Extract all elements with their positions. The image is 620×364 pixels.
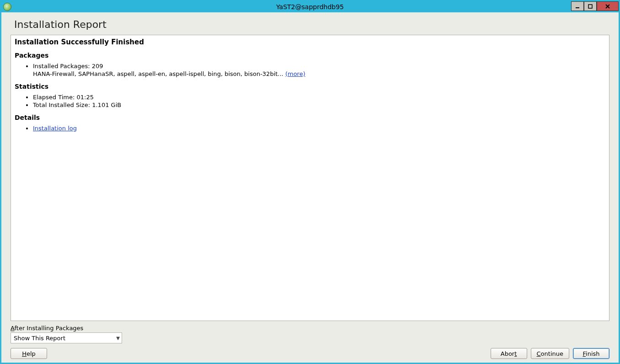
elapsed-time: Elapsed Time: 01:25 <box>33 94 605 102</box>
close-button[interactable] <box>597 1 619 11</box>
packages-list: Installed Packages: 209 HANA-Firewall, S… <box>33 63 605 78</box>
window-title: YaST2@sapprdhdb95 <box>1 3 619 11</box>
report-panel: Installation Successfully Finished Packa… <box>11 35 609 321</box>
after-install-label: After Installing Packages <box>11 325 609 332</box>
details-list: Installation log <box>33 125 605 133</box>
window-controls <box>571 1 619 12</box>
after-install-selected: Show This Report <box>14 335 65 342</box>
after-install-row: After Installing Packages Show This Repo… <box>1 324 619 345</box>
after-install-combobox[interactable]: Show This Report ▼ <box>11 332 122 343</box>
finish-button[interactable]: Finish <box>573 348 609 359</box>
packages-item: Installed Packages: 209 HANA-Firewall, S… <box>33 63 605 78</box>
installed-size: Total Installed Size: 1.101 GiB <box>33 102 605 109</box>
packages-heading: Packages <box>15 52 605 59</box>
help-button[interactable]: Help <box>11 348 47 359</box>
svg-rect-1 <box>588 5 592 8</box>
details-item: Installation log <box>33 125 605 133</box>
packages-sample-list: HANA-Firewall, SAPHanaSR, aspell, aspell… <box>33 70 285 77</box>
status-heading: Installation Successfully Finished <box>15 38 605 46</box>
installation-log-link[interactable]: Installation log <box>33 125 77 132</box>
maximize-button[interactable] <box>584 1 597 11</box>
chevron-down-icon: ▼ <box>116 336 120 341</box>
content-area: Installation Report Installation Success… <box>1 12 619 363</box>
continue-button[interactable]: Continue <box>531 348 569 359</box>
titlebar[interactable]: YaST2@sapprdhdb95 <box>1 1 619 12</box>
statistics-list: Elapsed Time: 01:25 Total Installed Size… <box>33 94 605 109</box>
details-heading: Details <box>15 114 605 121</box>
more-link[interactable]: (more) <box>285 70 305 77</box>
app-window: YaST2@sapprdhdb95 Installation Report In… <box>0 0 620 364</box>
abort-button[interactable]: Abort <box>491 348 527 359</box>
minimize-button[interactable] <box>571 1 584 11</box>
statistics-heading: Statistics <box>15 83 605 90</box>
right-buttons: Abort Continue Finish <box>487 348 609 359</box>
installed-packages-count: Installed Packages: 209 <box>33 63 103 70</box>
page-title: Installation Report <box>1 12 619 35</box>
bottom-bar: Help Abort Continue Finish <box>1 345 619 363</box>
